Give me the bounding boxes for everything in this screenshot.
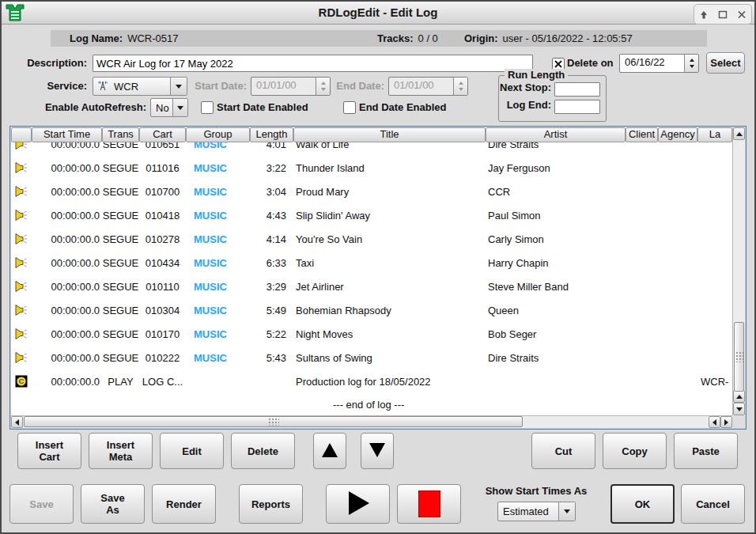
play-button[interactable]: [326, 484, 390, 524]
autorefresh-dropdown-arrow[interactable]: [172, 99, 187, 116]
save-as-button[interactable]: Save As: [81, 484, 145, 524]
cell-group: MUSIC: [186, 233, 250, 245]
scroll-down-button[interactable]: [733, 403, 745, 415]
cell-artist: Queen: [486, 305, 626, 316]
log-name-label: Log Name:: [70, 32, 123, 44]
save-button[interactable]: Save: [9, 484, 74, 524]
end-of-log-row[interactable]: --- end of log ---: [11, 393, 732, 415]
column-header-cart[interactable]: Cart: [139, 127, 186, 142]
table-row[interactable]: 00:00:00.0SEGUE010700MUSIC3:04Proud Mary…: [11, 180, 732, 203]
cell-start: 00:00:00.0: [32, 328, 102, 340]
insert-cart-button[interactable]: Insert Cart: [17, 433, 81, 469]
scroll-left-button-2[interactable]: [709, 416, 720, 428]
column-header-trans[interactable]: Trans: [102, 127, 139, 142]
cancel-button[interactable]: Cancel: [681, 484, 745, 524]
table-row[interactable]: 00:00:00.0SEGUE010418MUSIC4:43Slip Slidi…: [11, 203, 732, 227]
table-row[interactable]: 00:00:00.0SEGUE010434MUSIC6:33TaxiHarry …: [11, 251, 732, 275]
cut-button[interactable]: Cut: [531, 433, 595, 469]
copy-button[interactable]: Copy: [603, 433, 667, 469]
show-start-times-dropdown-arrow[interactable]: [558, 502, 575, 521]
table-row[interactable]: 00:00:00.0SEGUE010651MUSIC4:01Walk of Li…: [11, 142, 732, 156]
start-date-spinbox[interactable]: 01/01/00: [251, 77, 331, 96]
stop-button[interactable]: [397, 484, 461, 524]
shade-button[interactable]: [696, 7, 712, 21]
cell-title: Production log for 18/05/2022: [293, 376, 486, 388]
ok-button[interactable]: OK: [610, 484, 675, 524]
chain-icon: C: [11, 375, 32, 388]
column-header-agency[interactable]: Agency: [658, 127, 697, 142]
start-date-enabled-checkbox[interactable]: [201, 101, 214, 114]
maximize-button[interactable]: [715, 7, 731, 21]
column-header-length[interactable]: Length: [250, 127, 293, 142]
paste-button[interactable]: Paste: [674, 433, 738, 469]
table-row[interactable]: 00:00:00.0SEGUE011016MUSIC3:22Thunder Is…: [11, 156, 732, 180]
close-button[interactable]: [734, 7, 750, 21]
end-date-label: End Date:: [334, 78, 384, 95]
scroll-up-button[interactable]: [733, 127, 745, 140]
scroll-right-button[interactable]: [720, 416, 732, 428]
horizontal-scroll-thumb[interactable]: [24, 416, 523, 427]
reports-button[interactable]: Reports: [239, 484, 303, 524]
table-row[interactable]: 00:00:00.0SEGUE010222MUSIC5:43Sultans of…: [11, 346, 732, 369]
cell-group: MUSIC: [186, 328, 250, 340]
horizontal-scrollbar[interactable]: [11, 415, 732, 428]
cell-cart: 010651: [139, 142, 186, 150]
table-row[interactable]: 00:00:00.0SEGUE010278MUSIC4:14You're So …: [11, 227, 732, 251]
cell-trans: SEGUE: [102, 328, 139, 340]
tracks-group: Tracks:0 / 0: [377, 30, 438, 47]
end-date-spinbox[interactable]: 01/01/00: [388, 77, 468, 96]
table-row[interactable]: 00:00:00.0SEGUE010170MUSIC5:22Night Move…: [11, 322, 732, 346]
play-triangle-icon: [345, 490, 372, 519]
cell-group: MUSIC: [186, 186, 250, 198]
scroll-left-button[interactable]: [11, 416, 23, 428]
cell-artist: Dire Straits: [486, 352, 626, 364]
cell-trans: SEGUE: [102, 352, 139, 364]
move-up-button[interactable]: [313, 433, 346, 469]
render-button[interactable]: Render: [152, 484, 216, 524]
speaker-icon: [11, 280, 32, 293]
horizontal-scroll-track[interactable]: [23, 416, 709, 428]
service-dropdown-arrow[interactable]: [170, 78, 187, 95]
column-header-icon[interactable]: [11, 127, 32, 142]
end-of-log-label: --- end of log ---: [333, 393, 404, 415]
delete-button[interactable]: Delete: [231, 433, 295, 469]
vertical-scroll-thumb[interactable]: [734, 322, 744, 392]
service-combobox[interactable]: WCR: [93, 77, 187, 96]
table-row[interactable]: 00:00:00.0SEGUE010110MUSIC3:29Jet Airlin…: [11, 275, 732, 298]
cell-cart: 010700: [139, 186, 186, 198]
log-end-input[interactable]: [554, 100, 600, 114]
select-button[interactable]: Select: [706, 52, 745, 74]
column-header-start-time[interactable]: Start Time: [32, 127, 102, 142]
end-date-enabled-checkbox[interactable]: [343, 101, 356, 114]
cell-start: 00:00:00.0: [32, 257, 102, 269]
cell-artist: Carly Simon: [486, 233, 626, 245]
column-header-group[interactable]: Group: [186, 127, 250, 142]
autorefresh-combobox[interactable]: No: [150, 98, 188, 117]
cell-trans: SEGUE: [102, 257, 139, 269]
delete-date-spinbox[interactable]: 06/16/22: [619, 54, 699, 73]
description-input[interactable]: [93, 55, 533, 72]
vertical-scroll-track[interactable]: [733, 140, 745, 390]
table-row[interactable]: 00:00:00.0SEGUE010304MUSIC5:49Bohemian R…: [11, 298, 732, 322]
delete-date-spin-buttons[interactable]: [684, 55, 698, 72]
column-header-artist[interactable]: Artist: [486, 127, 626, 142]
speaker-icon: [11, 328, 32, 340]
show-start-times-combobox[interactable]: Estimated: [497, 502, 576, 521]
column-header-title[interactable]: Title: [293, 127, 486, 142]
stop-square-icon: [418, 490, 440, 517]
insert-meta-button[interactable]: Insert Meta: [89, 433, 153, 469]
column-header-client[interactable]: Client: [626, 127, 658, 142]
scroll-up-button-2[interactable]: [733, 390, 745, 403]
table-header: Start TimeTransCartGroupLengthTitleArtis…: [11, 127, 732, 142]
move-down-button[interactable]: [361, 433, 394, 469]
edit-button[interactable]: Edit: [160, 433, 224, 469]
speaker-icon: [11, 351, 32, 364]
run-length-title: Run Length: [505, 69, 568, 81]
cell-cart: LOG C...: [139, 376, 186, 388]
column-header-la[interactable]: La: [697, 127, 732, 142]
titlebar[interactable]: RDLogEdit - Edit Log: [2, 2, 754, 25]
table-row[interactable]: C00:00:00.0PLAYLOG C...Production log fo…: [11, 369, 732, 393]
cell-artist: Dire Straits: [486, 142, 626, 150]
vertical-scrollbar[interactable]: [732, 127, 745, 415]
next-stop-input[interactable]: [554, 82, 600, 97]
